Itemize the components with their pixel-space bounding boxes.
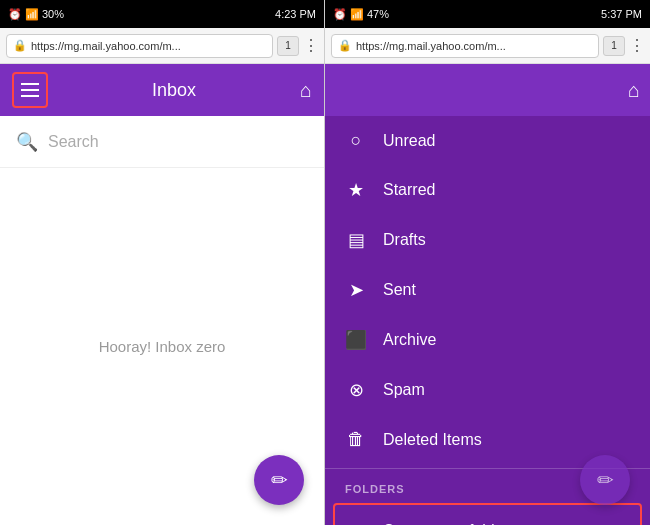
browser-bar-left[interactable]: 🔒 https://mg.mail.yahoo.com/m... 1 ⋮ [0,28,324,64]
lock-icon-right: 🔒 [338,39,352,52]
status-right-icons: ⏰ 📶 47% [333,8,389,21]
inbox-title: Inbox [48,80,300,101]
unread-icon: ○ [345,130,367,151]
pencil-icon-right: ✏ [597,468,614,492]
archive-icon: ⬛ [345,329,367,351]
right-phone: ⏰ 📶 47% 5:37 PM 🔒 https://mg.mail.yahoo.… [325,0,650,525]
url-text-right: https://mg.mail.yahoo.com/m... [356,40,506,52]
hamburger-line-3 [21,95,39,97]
hamburger-icon [21,83,39,97]
sent-label: Sent [383,281,416,299]
inbox-zero-message: Hooray! Inbox zero [99,338,226,355]
browser-menu-right[interactable]: ⋮ [629,36,644,55]
starred-icon: ★ [345,179,367,201]
status-bar-right: ⏰ 📶 47% 5:37 PM [325,0,650,28]
battery-right: 47% [367,8,389,20]
url-bar-left[interactable]: 🔒 https://mg.mail.yahoo.com/m... [6,34,273,58]
search-bar[interactable]: 🔍 Search [0,116,324,168]
archive-label: Archive [383,331,436,349]
lock-icon-left: 🔒 [13,39,27,52]
alarm-icon-right: ⏰ [333,8,347,21]
right-header-bar: ⌂ [325,64,650,116]
drawer-item-spam[interactable]: ⊗ Spam [325,365,650,415]
drawer-item-archive[interactable]: ⬛ Archive [325,315,650,365]
home-icon-left[interactable]: ⌂ [300,79,312,102]
starred-label: Starred [383,181,435,199]
hamburger-line-1 [21,83,39,85]
status-bar-left: ⏰ 📶 30% 4:23 PM [0,0,324,28]
time-right-wrapper: 5:37 PM [601,8,642,20]
tab-count-left[interactable]: 1 [277,36,299,56]
drafts-label: Drafts [383,231,426,249]
menu-button[interactable] [12,72,48,108]
deleted-label: Deleted Items [383,431,482,449]
status-right-time: 4:23 PM [275,8,316,20]
spam-label: Spam [383,381,425,399]
app-header-left: Inbox ⌂ [0,64,324,116]
spam-icon: ⊗ [345,379,367,401]
url-text-left: https://mg.mail.yahoo.com/m... [31,40,181,52]
search-icon: 🔍 [16,131,38,153]
time-right: 5:37 PM [601,8,642,20]
compose-fab-left[interactable]: ✏ [254,455,304,505]
create-folder-plus-icon: + [355,519,367,525]
battery-left: 30% [42,8,64,20]
browser-menu-left[interactable]: ⋮ [303,36,318,55]
wifi-icon-right: 📶 [350,8,364,21]
signal-icon: 📶 [25,8,39,21]
drawer-item-starred[interactable]: ★ Starred [325,165,650,215]
create-new-folder-button[interactable]: + Create new folder [333,503,642,525]
url-bar-right[interactable]: 🔒 https://mg.mail.yahoo.com/m... [331,34,599,58]
status-left-icons: ⏰ 📶 30% [8,8,64,21]
browser-bar-right[interactable]: 🔒 https://mg.mail.yahoo.com/m... 1 ⋮ [325,28,650,64]
unread-label: Unread [383,132,435,150]
sent-icon: ➤ [345,279,367,301]
home-icon-right[interactable]: ⌂ [628,79,640,102]
pencil-icon-left: ✏ [271,468,288,492]
search-placeholder: Search [48,133,99,151]
drafts-icon: ▤ [345,229,367,251]
drawer-item-sent[interactable]: ➤ Sent [325,265,650,315]
drawer-item-drafts[interactable]: ▤ Drafts [325,215,650,265]
alarm-icon: ⏰ [8,8,22,21]
tab-count-right[interactable]: 1 [603,36,625,56]
deleted-icon: 🗑 [345,429,367,450]
drawer-item-unread[interactable]: ○ Unread [325,116,650,165]
hamburger-line-2 [21,89,39,91]
left-phone: ⏰ 📶 30% 4:23 PM 🔒 https://mg.mail.yahoo.… [0,0,325,525]
compose-fab-right[interactable]: ✏ [580,455,630,505]
time-left: 4:23 PM [275,8,316,20]
create-folder-label: Create new folder [383,522,509,526]
